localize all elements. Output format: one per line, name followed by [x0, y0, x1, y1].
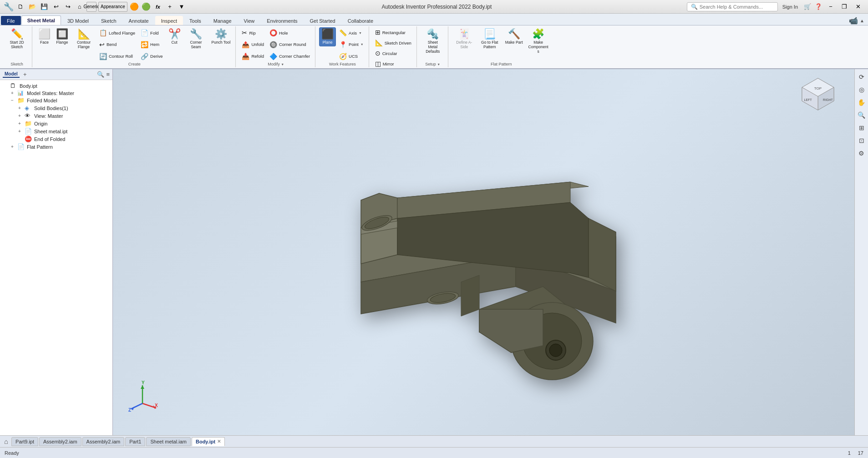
new-button[interactable]: 🗋: [15, 2, 25, 12]
close-button[interactable]: ✕: [852, 2, 864, 12]
make-components-button[interactable]: 🧩 Make Components: [526, 27, 551, 56]
derive-button[interactable]: 🔗 Derive: [138, 51, 165, 61]
zoom-window-button[interactable]: ⊡: [856, 135, 868, 146]
sheet-metal-defaults-button[interactable]: 🔩 Sheet Metal Defaults: [421, 27, 445, 56]
tab-sketch[interactable]: Sketch: [95, 16, 122, 25]
tree-item-flat-pattern[interactable]: +📄Flat Pattern: [0, 143, 112, 151]
ucs-button[interactable]: 🧭 UCS: [337, 51, 366, 61]
tree-toggle-origin[interactable]: +: [18, 121, 25, 126]
zoom-all-button[interactable]: ⊞: [856, 122, 868, 134]
contour-roll-button[interactable]: 🔄 Contour Roll: [97, 51, 137, 61]
add-model-tab[interactable]: +: [23, 71, 27, 78]
refold-button[interactable]: 📥 Refold: [239, 51, 266, 61]
zoom-button[interactable]: 🔍: [856, 109, 868, 121]
ribbon-minimize-toggle[interactable]: ▲: [860, 18, 864, 23]
tab-view[interactable]: View: [238, 16, 261, 25]
circular-button[interactable]: ⊙ Circular: [373, 48, 414, 58]
redo-button[interactable]: ↪: [63, 2, 73, 12]
model-tab[interactable]: Model: [3, 71, 20, 78]
tab-3d-model[interactable]: 3D Model: [61, 16, 95, 25]
corner-seam-button[interactable]: 🔧 Corner Seam: [184, 27, 208, 51]
cut-button[interactable]: ✂️ Cut: [166, 27, 183, 46]
tab-assembly2-1[interactable]: Assembly2.iam: [39, 437, 81, 446]
tree-item-sheet-metal-ipt[interactable]: +📄Sheet metal.ipt: [0, 127, 112, 135]
pan-button[interactable]: ✋: [856, 96, 868, 108]
viewcube[interactable]: TOP RIGHT LEFT: [800, 76, 836, 112]
tree-item-end-of-folded[interactable]: ⛔End of Folded: [0, 135, 112, 143]
tab-collaborate[interactable]: Collaborate: [342, 16, 379, 25]
tab-assembly2-2[interactable]: Assembly2.iam: [82, 437, 125, 446]
tab-sheet-metal-iam[interactable]: Sheet metal.iam: [146, 437, 190, 446]
minimize-button[interactable]: −: [824, 2, 837, 12]
hole-button[interactable]: ⭕ Hole: [267, 28, 312, 38]
tree-toggle-model-states-master[interactable]: +: [11, 91, 17, 96]
video-cam-icon[interactable]: 📹: [849, 16, 858, 25]
tab-manage[interactable]: Manage: [208, 16, 238, 25]
flange-button[interactable]: 🔲 Flange: [54, 27, 71, 46]
tab-tools[interactable]: Tools: [183, 16, 207, 25]
tab-get-started[interactable]: Get Started: [304, 16, 341, 25]
face-button[interactable]: ⬜ Face: [36, 27, 53, 46]
lofted-flange-button[interactable]: 📋 Lofted Flange: [97, 28, 137, 38]
tab-body-ipt[interactable]: Body.ipt ✕: [192, 437, 225, 446]
customize-button[interactable]: ▼: [177, 2, 187, 12]
tree-item-view-master[interactable]: +👁View: Master: [0, 112, 112, 120]
go-to-flat-pattern-button[interactable]: 📃 Go to Flat Pattern: [477, 27, 502, 51]
tree-item-model-states-master[interactable]: +📊Model States: Master: [0, 90, 112, 96]
tree-item-solid-bodies[interactable]: +◈Solid Bodies(1): [0, 104, 112, 112]
color-sphere-2[interactable]: 🟢: [141, 2, 151, 12]
view-orbit-button[interactable]: ⟳: [856, 71, 868, 83]
tab-sheet-metal[interactable]: Sheet Metal: [21, 15, 61, 25]
sketch-driven-button[interactable]: 📐 Sketch Driven: [373, 38, 414, 48]
tree-item-origin[interactable]: +📁Origin: [0, 120, 112, 127]
contour-flange-button[interactable]: 📐 Contour Flange: [71, 27, 96, 51]
tree-item-folded-model[interactable]: −📁Folded Model: [0, 96, 112, 104]
sign-in-link[interactable]: Sign In: [782, 4, 798, 10]
tab-inspect[interactable]: Inspect: [155, 16, 183, 25]
hem-button[interactable]: 🔁 Hem: [138, 40, 165, 50]
cart-icon[interactable]: 🛒: [802, 2, 812, 12]
tree-toggle-view-master[interactable]: +: [18, 113, 25, 118]
look-at-button[interactable]: ◎: [856, 84, 868, 96]
punch-tool-button[interactable]: ⚙️ Punch Tool: [209, 27, 233, 46]
tree-toggle-sheet-metal-ipt[interactable]: +: [18, 129, 25, 134]
add-button[interactable]: +: [165, 2, 175, 12]
tree-item-body-ipt[interactable]: 🗒Body.ipt: [0, 82, 112, 90]
tab-annotate[interactable]: Annotate: [123, 16, 155, 25]
print-button[interactable]: Generic: [86, 2, 96, 12]
tree-toggle-solid-bodies[interactable]: +: [18, 106, 25, 111]
tree-menu-button[interactable]: ≡: [106, 71, 110, 78]
tab-body-ipt-close[interactable]: ✕: [217, 439, 221, 444]
plane-button[interactable]: ⬛ Plane: [319, 27, 336, 46]
tab-environments[interactable]: Environments: [261, 16, 303, 25]
view-settings-button[interactable]: ⚙: [856, 147, 868, 159]
define-a-side-button[interactable]: 🃏 Define A-Side: [452, 27, 477, 51]
axis-button[interactable]: 📏 Axis ▼: [337, 28, 366, 38]
tree-search-button[interactable]: 🔍: [97, 71, 104, 78]
viewport[interactable]: TOP RIGHT LEFT: [113, 69, 854, 435]
rip-button[interactable]: ✂ Rip: [239, 28, 266, 38]
tree-toggle-flat-pattern[interactable]: +: [11, 144, 17, 149]
appearance-dropdown[interactable]: Appearance: [98, 2, 127, 12]
corner-round-button[interactable]: 🔘 Corner Round: [267, 40, 312, 50]
app-icon[interactable]: 🔧: [4, 2, 14, 12]
undo-button[interactable]: ↩: [51, 2, 61, 12]
start-2d-sketch-button[interactable]: ✏️ Start 2D Sketch: [5, 27, 29, 51]
search-input[interactable]: [700, 4, 774, 10]
unfold-button[interactable]: 📤 Unfold: [239, 40, 266, 50]
fold-button[interactable]: 📄 Fold: [138, 28, 165, 38]
restore-button[interactable]: ❐: [838, 2, 851, 12]
tree-toggle-folded-model[interactable]: −: [11, 98, 17, 103]
corner-chamfer-button[interactable]: 🔷 Corner Chamfer: [267, 51, 312, 61]
fx-button[interactable]: fx: [153, 2, 163, 12]
tab-file[interactable]: File: [1, 16, 21, 25]
color-sphere-1[interactable]: 🟠: [129, 2, 139, 12]
open-button[interactable]: 📂: [27, 2, 37, 12]
home-view-button[interactable]: ⌂: [2, 437, 10, 446]
point-button[interactable]: 📍 Point ▼: [337, 40, 366, 50]
save-button[interactable]: 💾: [39, 2, 49, 12]
bend-button[interactable]: ↩ Bend: [97, 40, 137, 50]
rectangular-button[interactable]: ⊞ Rectangular: [373, 27, 414, 37]
tab-part9[interactable]: Part9.ipt: [11, 437, 38, 446]
help-icon[interactable]: ❓: [813, 2, 823, 12]
